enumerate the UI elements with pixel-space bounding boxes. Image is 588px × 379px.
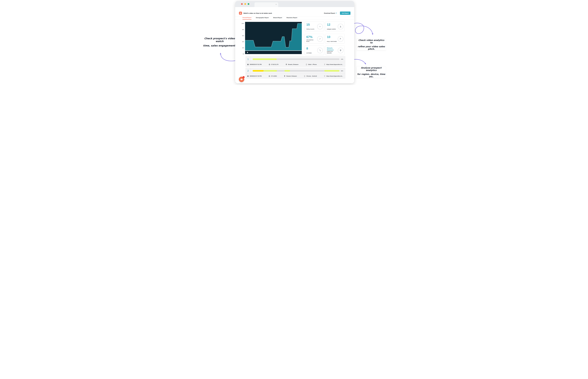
stat-card-avg-watch-rate: 67% AVG WATCH RATE bbox=[305, 34, 324, 44]
user-icon bbox=[338, 24, 343, 29]
hippo-video-logo-icon bbox=[239, 12, 242, 15]
annotation-line: time, sales engagement. bbox=[202, 44, 237, 47]
stat-value: 12 bbox=[327, 23, 330, 26]
session-number: 1 bbox=[246, 56, 251, 62]
session-time: 30/09/2019 07:51 PM bbox=[247, 63, 262, 65]
clock-icon bbox=[247, 75, 249, 77]
tab-reactions-report[interactable]: Reactions Report bbox=[286, 17, 297, 20]
maximize-window-button[interactable] bbox=[248, 3, 249, 5]
watched-segment bbox=[285, 70, 290, 72]
close-window-button[interactable] bbox=[241, 3, 243, 5]
report-page: Nikhil's video on How to do better work … bbox=[235, 7, 354, 83]
report-tabs: Overall Report Demographic Report Shared… bbox=[242, 17, 297, 20]
session-device: Safari - iPhone bbox=[305, 63, 317, 65]
click-icon bbox=[317, 47, 323, 53]
watch-percent: 51% bbox=[341, 70, 345, 71]
watch-rate-area bbox=[245, 22, 302, 54]
y-axis-tick: 60% bbox=[238, 35, 244, 36]
y-axis-tick: 100% bbox=[238, 23, 244, 24]
stat-card-unique-users: 12 UNIQUE USERS bbox=[325, 21, 345, 31]
download-report-label: Download Report bbox=[324, 13, 335, 14]
download-report-button[interactable]: Download Report bbox=[324, 13, 337, 14]
watch-heatmap-bar bbox=[253, 70, 339, 72]
stat-value: 15 bbox=[306, 23, 310, 26]
browser-tab[interactable]: × bbox=[254, 2, 278, 7]
smartphone-icon bbox=[304, 75, 305, 77]
stat-value: Newark, Delaware bbox=[327, 47, 336, 51]
annotation-video-analytics: Check video analytics to refine your vid… bbox=[357, 39, 386, 50]
watch-rate-chart bbox=[245, 22, 302, 54]
chat-unread-badge: 1 bbox=[243, 76, 245, 78]
watch-rate-fill bbox=[245, 24, 302, 54]
annotation-watch-time: Check prospect's video watch time, sales… bbox=[202, 37, 237, 47]
smartphone-icon bbox=[305, 63, 307, 65]
globe-icon bbox=[269, 63, 270, 65]
browser-window: × Nikhil's video on How to do better wor… bbox=[235, 1, 354, 83]
session-source-url[interactable]: https://www.hippovideo.io/... bbox=[324, 75, 343, 77]
broadcast-icon bbox=[324, 63, 326, 65]
report-header: Nikhil's video on How to do better work … bbox=[239, 11, 350, 16]
annotation-line: Analyse prospect analytics bbox=[357, 66, 386, 71]
watched-segment bbox=[253, 70, 264, 72]
pin-icon bbox=[286, 63, 287, 65]
session-location: Newark, Delaware bbox=[286, 63, 299, 65]
annotation-line: refine your video sales pitch. bbox=[357, 45, 386, 50]
stat-label: AVG WATCH RATE bbox=[306, 39, 317, 42]
stat-card-total-plays: 15 TOTAL PLAYS bbox=[305, 21, 324, 31]
stat-card-actions: 8 ACTIONS bbox=[305, 45, 324, 55]
stat-label: UNIQUE USERS bbox=[327, 29, 337, 30]
pin-icon bbox=[338, 47, 343, 53]
chat-bubble-icon bbox=[240, 78, 243, 81]
stat-label: POPULAR REGION bbox=[327, 51, 337, 54]
viewer-session-row[interactable]: 2 51% 30/09/2019 07:30 PM 27.6.108.6 bbox=[246, 68, 345, 79]
chat-widget-button[interactable]: 1 bbox=[239, 77, 244, 82]
trend-icon bbox=[317, 36, 323, 42]
watched-segment bbox=[253, 58, 277, 60]
exit-report-button[interactable]: Exit Report bbox=[340, 12, 350, 15]
stat-value: 10 bbox=[327, 35, 330, 38]
y-axis-tick: 40% bbox=[238, 41, 244, 42]
tab-demographic-report[interactable]: Demographic Report bbox=[256, 17, 269, 20]
stat-value: 8 bbox=[306, 47, 308, 50]
stat-value: 67% bbox=[306, 35, 313, 38]
watch-percent: 17% bbox=[341, 59, 345, 60]
flag-icon bbox=[338, 36, 343, 42]
globe-icon bbox=[269, 75, 270, 77]
session-number: 2 bbox=[246, 68, 251, 74]
session-device: Chrome - Android bbox=[304, 75, 317, 77]
viewer-session-row[interactable]: 1 17% 30/09/2019 07:51 PM 27.62.51.176 bbox=[246, 56, 345, 67]
stat-card-popular-region: Newark, Delaware POPULAR REGION bbox=[325, 45, 345, 55]
chevron-down-icon bbox=[336, 13, 337, 14]
stat-label: FULLY WATCHED bbox=[327, 41, 337, 42]
annotation-line: for region, device, time etc. bbox=[357, 73, 386, 78]
session-ip: 27.6.108.6 bbox=[269, 75, 277, 77]
page: Check prospect's video watch time, sales… bbox=[202, 0, 386, 85]
annotation-line: Check video analytics to bbox=[357, 39, 386, 44]
page-title: Nikhil's video on How to do better work bbox=[243, 12, 272, 14]
browser-titlebar: × bbox=[235, 1, 354, 7]
annotation-line: Check prospect's video watch bbox=[202, 37, 237, 43]
y-axis-tick: 20% bbox=[238, 47, 244, 48]
play-icon bbox=[317, 24, 323, 29]
play-button[interactable] bbox=[247, 52, 248, 53]
y-axis-tick: 0% bbox=[238, 53, 244, 55]
y-axis-tick: 80% bbox=[238, 29, 244, 30]
session-time: 30/09/2019 07:30 PM bbox=[247, 75, 262, 77]
watch-heatmap-bar bbox=[253, 58, 339, 60]
stat-label: TOTAL PLAYS bbox=[306, 29, 317, 30]
tab-shared-report[interactable]: Shared Report bbox=[273, 17, 282, 20]
tab-overall-report[interactable]: Overall Report bbox=[242, 17, 252, 20]
session-source-url[interactable]: https://www.hippovideo.io/... bbox=[324, 63, 343, 65]
clock-icon bbox=[247, 63, 249, 65]
annotation-prospect-analytics: Analyse prospect analytics for region, d… bbox=[357, 66, 386, 78]
session-ip: 27.62.51.176 bbox=[269, 63, 278, 65]
watched-segment bbox=[324, 70, 339, 72]
pin-icon bbox=[284, 75, 286, 77]
minimize-window-button[interactable] bbox=[244, 3, 246, 5]
video-player-controls bbox=[245, 51, 302, 54]
stat-card-fully-watched: 10 FULLY WATCHED bbox=[325, 34, 345, 44]
session-location: Newark, Delaware bbox=[284, 75, 297, 77]
close-tab-icon[interactable]: × bbox=[276, 3, 277, 5]
broadcast-icon bbox=[324, 75, 326, 77]
stat-label: ACTIONS bbox=[306, 52, 317, 54]
